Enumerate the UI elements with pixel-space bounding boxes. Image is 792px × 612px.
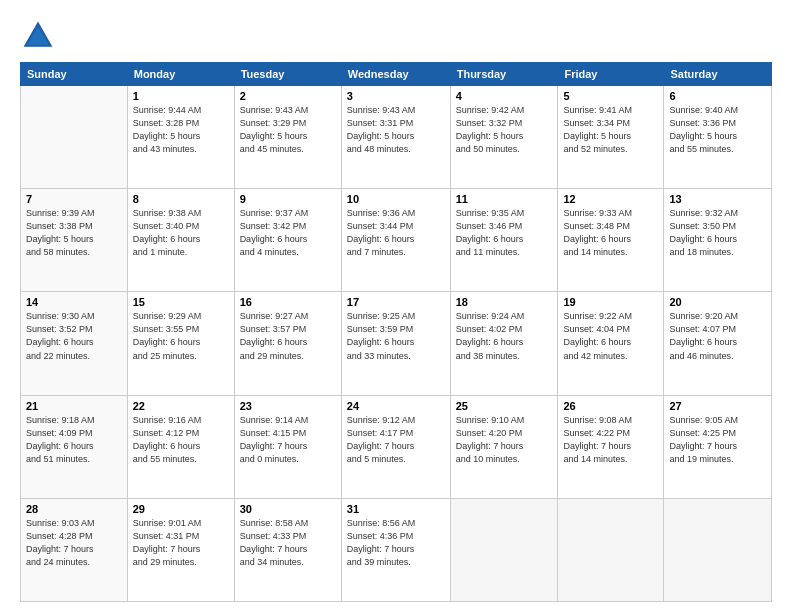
day-cell-17: 17Sunrise: 9:25 AM Sunset: 3:59 PM Dayli… bbox=[341, 292, 450, 395]
day-number-29: 29 bbox=[133, 503, 229, 515]
day-number-15: 15 bbox=[133, 296, 229, 308]
day-cell-5: 5Sunrise: 9:41 AM Sunset: 3:34 PM Daylig… bbox=[558, 86, 664, 189]
day-cell-9: 9Sunrise: 9:37 AM Sunset: 3:42 PM Daylig… bbox=[234, 189, 341, 292]
day-info-24: Sunrise: 9:12 AM Sunset: 4:17 PM Dayligh… bbox=[347, 414, 445, 466]
day-cell-15: 15Sunrise: 9:29 AM Sunset: 3:55 PM Dayli… bbox=[127, 292, 234, 395]
weekday-header-thursday: Thursday bbox=[450, 63, 558, 86]
day-cell-29: 29Sunrise: 9:01 AM Sunset: 4:31 PM Dayli… bbox=[127, 498, 234, 601]
day-cell-31: 31Sunrise: 8:56 AM Sunset: 4:36 PM Dayli… bbox=[341, 498, 450, 601]
week-row-1: 1Sunrise: 9:44 AM Sunset: 3:28 PM Daylig… bbox=[21, 86, 772, 189]
weekday-header-wednesday: Wednesday bbox=[341, 63, 450, 86]
day-info-5: Sunrise: 9:41 AM Sunset: 3:34 PM Dayligh… bbox=[563, 104, 658, 156]
day-number-11: 11 bbox=[456, 193, 553, 205]
day-info-27: Sunrise: 9:05 AM Sunset: 4:25 PM Dayligh… bbox=[669, 414, 766, 466]
day-info-25: Sunrise: 9:10 AM Sunset: 4:20 PM Dayligh… bbox=[456, 414, 553, 466]
empty-cell bbox=[558, 498, 664, 601]
logo-icon bbox=[20, 18, 56, 54]
day-number-27: 27 bbox=[669, 400, 766, 412]
day-number-7: 7 bbox=[26, 193, 122, 205]
day-number-19: 19 bbox=[563, 296, 658, 308]
day-number-20: 20 bbox=[669, 296, 766, 308]
day-cell-14: 14Sunrise: 9:30 AM Sunset: 3:52 PM Dayli… bbox=[21, 292, 128, 395]
day-number-12: 12 bbox=[563, 193, 658, 205]
day-cell-12: 12Sunrise: 9:33 AM Sunset: 3:48 PM Dayli… bbox=[558, 189, 664, 292]
day-number-8: 8 bbox=[133, 193, 229, 205]
empty-cell bbox=[450, 498, 558, 601]
day-number-10: 10 bbox=[347, 193, 445, 205]
weekday-header-monday: Monday bbox=[127, 63, 234, 86]
day-cell-4: 4Sunrise: 9:42 AM Sunset: 3:32 PM Daylig… bbox=[450, 86, 558, 189]
logo bbox=[20, 18, 60, 54]
weekday-header-tuesday: Tuesday bbox=[234, 63, 341, 86]
week-row-2: 7Sunrise: 9:39 AM Sunset: 3:38 PM Daylig… bbox=[21, 189, 772, 292]
day-cell-13: 13Sunrise: 9:32 AM Sunset: 3:50 PM Dayli… bbox=[664, 189, 772, 292]
empty-cell bbox=[21, 86, 128, 189]
day-number-24: 24 bbox=[347, 400, 445, 412]
day-info-4: Sunrise: 9:42 AM Sunset: 3:32 PM Dayligh… bbox=[456, 104, 553, 156]
day-cell-8: 8Sunrise: 9:38 AM Sunset: 3:40 PM Daylig… bbox=[127, 189, 234, 292]
weekday-header-friday: Friday bbox=[558, 63, 664, 86]
day-cell-30: 30Sunrise: 8:58 AM Sunset: 4:33 PM Dayli… bbox=[234, 498, 341, 601]
day-info-13: Sunrise: 9:32 AM Sunset: 3:50 PM Dayligh… bbox=[669, 207, 766, 259]
day-number-6: 6 bbox=[669, 90, 766, 102]
day-info-18: Sunrise: 9:24 AM Sunset: 4:02 PM Dayligh… bbox=[456, 310, 553, 362]
calendar: SundayMondayTuesdayWednesdayThursdayFrid… bbox=[20, 62, 772, 602]
day-info-26: Sunrise: 9:08 AM Sunset: 4:22 PM Dayligh… bbox=[563, 414, 658, 466]
day-cell-11: 11Sunrise: 9:35 AM Sunset: 3:46 PM Dayli… bbox=[450, 189, 558, 292]
day-cell-1: 1Sunrise: 9:44 AM Sunset: 3:28 PM Daylig… bbox=[127, 86, 234, 189]
day-number-17: 17 bbox=[347, 296, 445, 308]
day-info-11: Sunrise: 9:35 AM Sunset: 3:46 PM Dayligh… bbox=[456, 207, 553, 259]
day-cell-10: 10Sunrise: 9:36 AM Sunset: 3:44 PM Dayli… bbox=[341, 189, 450, 292]
day-info-17: Sunrise: 9:25 AM Sunset: 3:59 PM Dayligh… bbox=[347, 310, 445, 362]
day-info-2: Sunrise: 9:43 AM Sunset: 3:29 PM Dayligh… bbox=[240, 104, 336, 156]
day-number-26: 26 bbox=[563, 400, 658, 412]
day-info-16: Sunrise: 9:27 AM Sunset: 3:57 PM Dayligh… bbox=[240, 310, 336, 362]
day-cell-25: 25Sunrise: 9:10 AM Sunset: 4:20 PM Dayli… bbox=[450, 395, 558, 498]
empty-cell bbox=[664, 498, 772, 601]
day-number-30: 30 bbox=[240, 503, 336, 515]
day-info-29: Sunrise: 9:01 AM Sunset: 4:31 PM Dayligh… bbox=[133, 517, 229, 569]
day-info-12: Sunrise: 9:33 AM Sunset: 3:48 PM Dayligh… bbox=[563, 207, 658, 259]
day-cell-7: 7Sunrise: 9:39 AM Sunset: 3:38 PM Daylig… bbox=[21, 189, 128, 292]
weekday-header-saturday: Saturday bbox=[664, 63, 772, 86]
day-number-3: 3 bbox=[347, 90, 445, 102]
day-info-15: Sunrise: 9:29 AM Sunset: 3:55 PM Dayligh… bbox=[133, 310, 229, 362]
day-cell-3: 3Sunrise: 9:43 AM Sunset: 3:31 PM Daylig… bbox=[341, 86, 450, 189]
day-cell-26: 26Sunrise: 9:08 AM Sunset: 4:22 PM Dayli… bbox=[558, 395, 664, 498]
day-number-5: 5 bbox=[563, 90, 658, 102]
day-cell-20: 20Sunrise: 9:20 AM Sunset: 4:07 PM Dayli… bbox=[664, 292, 772, 395]
day-number-2: 2 bbox=[240, 90, 336, 102]
day-info-7: Sunrise: 9:39 AM Sunset: 3:38 PM Dayligh… bbox=[26, 207, 122, 259]
day-cell-2: 2Sunrise: 9:43 AM Sunset: 3:29 PM Daylig… bbox=[234, 86, 341, 189]
day-cell-27: 27Sunrise: 9:05 AM Sunset: 4:25 PM Dayli… bbox=[664, 395, 772, 498]
day-number-13: 13 bbox=[669, 193, 766, 205]
day-info-30: Sunrise: 8:58 AM Sunset: 4:33 PM Dayligh… bbox=[240, 517, 336, 569]
day-cell-22: 22Sunrise: 9:16 AM Sunset: 4:12 PM Dayli… bbox=[127, 395, 234, 498]
day-info-20: Sunrise: 9:20 AM Sunset: 4:07 PM Dayligh… bbox=[669, 310, 766, 362]
weekday-header-sunday: Sunday bbox=[21, 63, 128, 86]
day-info-1: Sunrise: 9:44 AM Sunset: 3:28 PM Dayligh… bbox=[133, 104, 229, 156]
weekday-header-row: SundayMondayTuesdayWednesdayThursdayFrid… bbox=[21, 63, 772, 86]
day-cell-18: 18Sunrise: 9:24 AM Sunset: 4:02 PM Dayli… bbox=[450, 292, 558, 395]
day-info-22: Sunrise: 9:16 AM Sunset: 4:12 PM Dayligh… bbox=[133, 414, 229, 466]
day-number-31: 31 bbox=[347, 503, 445, 515]
header bbox=[20, 18, 772, 54]
day-number-14: 14 bbox=[26, 296, 122, 308]
day-number-28: 28 bbox=[26, 503, 122, 515]
day-cell-24: 24Sunrise: 9:12 AM Sunset: 4:17 PM Dayli… bbox=[341, 395, 450, 498]
day-cell-28: 28Sunrise: 9:03 AM Sunset: 4:28 PM Dayli… bbox=[21, 498, 128, 601]
day-number-4: 4 bbox=[456, 90, 553, 102]
day-number-16: 16 bbox=[240, 296, 336, 308]
day-info-19: Sunrise: 9:22 AM Sunset: 4:04 PM Dayligh… bbox=[563, 310, 658, 362]
day-info-6: Sunrise: 9:40 AM Sunset: 3:36 PM Dayligh… bbox=[669, 104, 766, 156]
week-row-5: 28Sunrise: 9:03 AM Sunset: 4:28 PM Dayli… bbox=[21, 498, 772, 601]
week-row-3: 14Sunrise: 9:30 AM Sunset: 3:52 PM Dayli… bbox=[21, 292, 772, 395]
day-info-23: Sunrise: 9:14 AM Sunset: 4:15 PM Dayligh… bbox=[240, 414, 336, 466]
day-cell-23: 23Sunrise: 9:14 AM Sunset: 4:15 PM Dayli… bbox=[234, 395, 341, 498]
day-info-9: Sunrise: 9:37 AM Sunset: 3:42 PM Dayligh… bbox=[240, 207, 336, 259]
day-cell-21: 21Sunrise: 9:18 AM Sunset: 4:09 PM Dayli… bbox=[21, 395, 128, 498]
day-info-28: Sunrise: 9:03 AM Sunset: 4:28 PM Dayligh… bbox=[26, 517, 122, 569]
day-info-10: Sunrise: 9:36 AM Sunset: 3:44 PM Dayligh… bbox=[347, 207, 445, 259]
day-number-9: 9 bbox=[240, 193, 336, 205]
day-number-23: 23 bbox=[240, 400, 336, 412]
